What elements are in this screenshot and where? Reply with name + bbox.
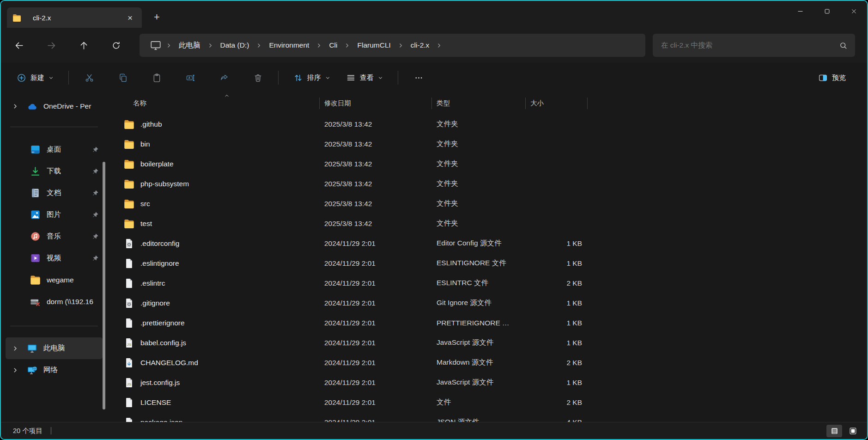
breadcrumb-segment[interactable]: Data (D:) xyxy=(215,38,255,52)
this-pc-icon[interactable] xyxy=(150,39,162,51)
cut-button[interactable] xyxy=(79,69,99,86)
file-row[interactable]: test2025/3/8 13:42文件夹 xyxy=(107,214,867,233)
file-row[interactable]: .gitignore2024/11/29 2:01Git Ignore 源文件1… xyxy=(107,293,867,313)
column-header-date[interactable]: 修改日期 xyxy=(320,92,432,114)
sidebar-item-this-pc[interactable]: 此电脑 xyxy=(6,337,103,359)
file-row[interactable]: .prettierignore2024/11/29 2:01PRETTIERIG… xyxy=(107,313,867,333)
rename-button[interactable] xyxy=(180,69,200,86)
file-name: bin xyxy=(140,140,150,148)
file-name-cell: bin xyxy=(107,139,320,149)
refresh-button[interactable] xyxy=(106,36,126,55)
music-icon xyxy=(30,231,41,242)
file-row[interactable]: LICENSE2024/11/29 2:01文件2 KB xyxy=(107,392,867,412)
chevron-right-icon[interactable] xyxy=(12,103,18,110)
breadcrumb-segment[interactable]: cli-2.x xyxy=(405,38,435,52)
sidebar-item-pictures[interactable]: 图片 xyxy=(6,204,103,226)
close-tab-icon[interactable]: × xyxy=(124,12,136,23)
breadcrumb-segment[interactable]: 此电脑 xyxy=(173,38,206,53)
file-type: 文件夹 xyxy=(432,119,526,129)
search-input[interactable] xyxy=(660,41,839,50)
sidebar-item-music[interactable]: 音乐 xyxy=(6,226,103,247)
file-row[interactable]: CHANGELOG.md2024/11/29 2:01Markdown 源文件2… xyxy=(107,353,867,373)
file-row[interactable]: bin2025/3/8 13:42文件夹 xyxy=(107,134,867,154)
sidebar-item-wegame[interactable]: wegame xyxy=(6,269,103,291)
file-size: 1 KB xyxy=(526,339,588,347)
chevron-right-icon xyxy=(398,43,404,49)
file-row[interactable]: boilerplate2025/3/8 13:42文件夹 xyxy=(107,154,867,174)
items-count: 20 个项目 xyxy=(13,427,42,435)
file-type: ESLINTRC 文件 xyxy=(432,278,526,288)
new-tab-button[interactable]: + xyxy=(149,11,164,23)
sidebar-item-label: 文档 xyxy=(47,188,92,198)
chevron-right-icon xyxy=(344,43,350,49)
maximize-button[interactable] xyxy=(813,1,840,21)
file-row[interactable]: { }package.json2024/11/29 2:01JSON 源文件4 … xyxy=(107,412,867,422)
column-header-type[interactable]: 类型 xyxy=(432,92,526,114)
file-name-cell: boilerplate xyxy=(107,159,320,169)
file-size: 1 KB xyxy=(526,299,588,307)
delete-button[interactable] xyxy=(248,69,268,86)
chevron-down-icon xyxy=(325,75,330,80)
folder-icon xyxy=(124,139,134,149)
sidebar-item-videos[interactable]: 视频 xyxy=(6,247,103,269)
sidebar-item-dorm-drive[interactable]: dorm (\\192.16 xyxy=(6,291,103,312)
file-name-cell: src xyxy=(107,199,320,209)
sidebar-item-onedrive[interactable]: OneDrive - Per xyxy=(6,98,103,115)
sidebar-item-label: wegame xyxy=(47,276,103,284)
file-icon xyxy=(124,318,134,328)
up-button[interactable] xyxy=(74,36,93,55)
share-button[interactable] xyxy=(214,69,234,86)
copy-button[interactable] xyxy=(113,69,133,86)
titlebar: cli-2.x × + xyxy=(1,1,867,28)
sidebar-item-desktop[interactable]: 桌面 xyxy=(6,139,103,160)
search-box[interactable] xyxy=(653,34,855,57)
breadcrumb-segment[interactable]: FlarumCLI xyxy=(352,38,396,52)
file-row[interactable]: php-subsystem2025/3/8 13:42文件夹 xyxy=(107,174,867,194)
thumbnails-view-button[interactable] xyxy=(845,425,861,437)
file-row[interactable]: src2025/3/8 13:42文件夹 xyxy=(107,194,867,214)
trash-icon xyxy=(253,73,263,83)
file-size: 2 KB xyxy=(526,279,588,287)
breadcrumb-segment[interactable]: Cli xyxy=(323,38,343,52)
file-row[interactable]: .eslintrc2024/11/29 2:01ESLINTRC 文件2 KB xyxy=(107,273,867,293)
new-button[interactable]: 新建 xyxy=(12,69,58,86)
sidebar: OneDrive - Per 桌面下载文档图片音乐视频wegamedorm (\… xyxy=(1,92,107,422)
sidebar-item-label: 下载 xyxy=(47,166,92,176)
sidebar-scrollbar[interactable] xyxy=(103,162,105,409)
file-name: CHANGELOG.md xyxy=(140,359,198,367)
minimize-button[interactable] xyxy=(787,1,813,21)
sort-button[interactable]: 排序 xyxy=(289,69,335,86)
file-type: 文件夹 xyxy=(432,219,526,228)
preview-pane-icon xyxy=(818,73,828,83)
file-row[interactable]: .editorconfig2024/11/29 2:01Editor Confi… xyxy=(107,233,867,253)
file-type: PRETTIERIGNORE … xyxy=(432,319,526,327)
address-bar[interactable]: 此电脑Data (D:)EnvironmentCliFlarumCLIcli-2… xyxy=(140,34,645,57)
file-row[interactable]: .eslintignore2024/11/29 2:01ESLINTIGNORE… xyxy=(107,253,867,273)
chevron-right-icon[interactable] xyxy=(12,345,18,352)
search-icon[interactable] xyxy=(839,41,848,50)
close-window-button[interactable] xyxy=(840,1,867,21)
file-type: JSON 源文件 xyxy=(432,417,526,422)
file-row[interactable]: .github2025/3/8 13:42文件夹 xyxy=(107,114,867,134)
sidebar-item-network[interactable]: 网络 xyxy=(6,359,103,381)
column-header-size[interactable]: 大小 xyxy=(526,92,588,114)
document-icon xyxy=(30,188,41,198)
forward-button[interactable] xyxy=(42,36,61,55)
preview-button[interactable]: 预览 xyxy=(813,69,850,86)
sidebar-item-documents[interactable]: 文档 xyxy=(6,182,103,204)
sidebar-item-downloads[interactable]: 下载 xyxy=(6,160,103,182)
paste-button[interactable] xyxy=(146,69,167,86)
file-name: LICENSE xyxy=(140,398,171,407)
back-button[interactable] xyxy=(9,36,29,55)
thispc-icon xyxy=(27,343,37,354)
file-row[interactable]: JSjest.config.js2024/11/29 2:01JavaScrip… xyxy=(107,373,867,392)
view-button[interactable]: 查看 xyxy=(341,69,388,86)
column-header-name[interactable]: 名称 xyxy=(107,92,320,114)
breadcrumb-segment[interactable]: Environment xyxy=(263,38,315,52)
details-view-button[interactable] xyxy=(826,425,842,437)
tab-cli-2x[interactable]: cli-2.x × xyxy=(7,7,142,28)
more-options-button[interactable] xyxy=(408,69,429,86)
chevron-right-icon xyxy=(207,43,213,49)
file-row[interactable]: JSbabel.config.js2024/11/29 2:01JavaScri… xyxy=(107,333,867,353)
chevron-right-icon[interactable] xyxy=(12,367,18,373)
